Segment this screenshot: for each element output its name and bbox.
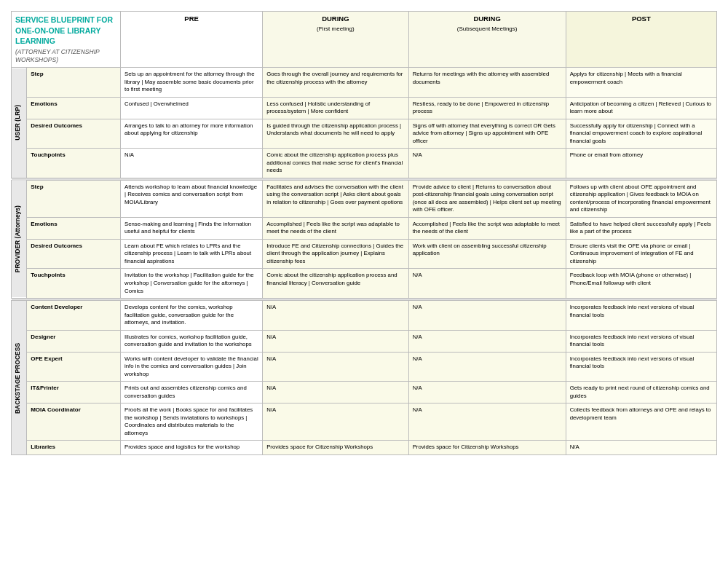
row-provider-emotions: EmotionsSense-making and learning | Find… [12,217,717,239]
cell-provider-emotions-col3: Satisfied to have helped client successf… [566,217,716,239]
cell-backstage-content-developer-col0: Develops content for the comics, worksho… [121,301,263,331]
cell-provider-desired-outcomes-col0: Learn about FE which relates to LPRs and… [121,239,263,269]
cell-provider-emotions-col1: Accomplished | Feels like the script was… [263,217,408,239]
cell-provider-touchpoints-col0: Invitation to the workshop | Facilitatio… [121,269,263,299]
cell-backstage-moia-coordinator-col2: N/A [408,403,566,441]
row-user-desired-outcomes: Desired OutcomesArranges to talk to an a… [12,119,717,149]
row-backstage-designer: DesignerIllustrates for comics, workshop… [12,330,717,352]
col-header-during1: DURING(First meeting) [263,12,408,68]
cell-provider-step-col2: Provide advice to client | Returns to co… [408,180,566,217]
row-label-user-desired-outcomes: Desired Outcomes [27,119,121,149]
section-label-provider: PROVIDER (Attorneys) [12,180,27,298]
cell-user-touchpoints-col2: N/A [408,149,566,178]
row-user-emotions: EmotionsConfused | OverwhelmedLess confu… [12,97,717,119]
cell-provider-emotions-col2: Accomplished | Feels like the script was… [408,217,566,239]
section-label-backstage: BACKSTAGE PROCESS [12,301,27,455]
cell-backstage-designer-col2: N/A [408,330,566,352]
row-label-provider-emotions: Emotions [27,217,121,239]
cell-backstage-ofe-expert-col1: N/A [263,352,408,382]
row-provider-desired-outcomes: Desired OutcomesLearn about FE which rel… [12,239,717,269]
cell-user-step-col2: Returns for meetings with the attorney w… [408,68,566,98]
cell-provider-desired-outcomes-col3: Ensure clients visit the OFE via phone o… [566,239,716,269]
row-backstage-libraries: LibrariesProvides space and logistics fo… [12,441,717,455]
cell-user-emotions-col2: Restless, ready to be done | Empowered i… [408,97,566,119]
cell-user-desired-outcomes-col1: Is guided through the citizenship applic… [263,119,408,149]
section-label-user: USER (LRP) [12,68,27,178]
sub-title: (ATTORNEY AT CITIZENSHIP WORKSHOPS) [15,48,116,64]
cell-provider-step-col0: Attends workshop to learn about financia… [121,180,263,217]
cell-user-step-col3: Applys for citizenship | Meets with a fi… [566,68,716,98]
row-user-step: USER (LRP)StepSets up an appointment for… [12,68,717,98]
cell-provider-touchpoints-col1: Comic about the citizenship application … [263,269,408,299]
cell-backstage-it-printer-col2: N/A [408,382,566,403]
row-provider-step: PROVIDER (Attorneys)StepAttends workshop… [12,180,717,217]
cell-backstage-content-developer-col2: N/A [408,301,566,331]
cell-user-step-col1: Goes through the overall journey and req… [263,68,408,98]
title-cell: SERVICE BLUEPRINT FOR ONE-ON-ONE LIBRARY… [12,12,121,68]
cell-backstage-libraries-col1: Provides space for Citizenship Workshops [263,441,408,455]
cell-user-touchpoints-col1: Comic about the citizenship application … [263,149,408,178]
row-backstage-ofe-expert: OFE ExpertWorks with content developer t… [12,352,717,382]
cell-provider-step-col1: Facilitates and advises the conversation… [263,180,408,217]
cell-backstage-it-printer-col0: Prints out and assembles citizenship com… [121,382,263,403]
row-provider-touchpoints: TouchpointsInvitation to the workshop | … [12,269,717,299]
cell-user-emotions-col3: Anticipation of becoming a citizen | Rel… [566,97,716,119]
row-label-provider-touchpoints: Touchpoints [27,269,121,299]
cell-backstage-designer-col0: Illustrates for comics, workshop facilit… [121,330,263,352]
row-user-touchpoints: TouchpointsN/AComic about the citizenshi… [12,149,717,178]
cell-backstage-moia-coordinator-col0: Proofs all the work | Books space for an… [121,403,263,441]
row-label-backstage-it-printer: IT&Printer [27,382,121,403]
cell-backstage-moia-coordinator-col1: N/A [263,403,408,441]
cell-user-emotions-col1: Less confused | Holistic understanding o… [263,97,408,119]
cell-backstage-it-printer-col1: N/A [263,382,408,403]
row-label-backstage-libraries: Libraries [27,441,121,455]
cell-provider-desired-outcomes-col1: Introduce FE and Citizenship connections… [263,239,408,269]
cell-provider-desired-outcomes-col2: Work with client on assembling successfu… [408,239,566,269]
cell-backstage-ofe-expert-col3: Incorporates feedback into next versions… [566,352,716,382]
cell-backstage-designer-col1: N/A [263,330,408,352]
col-header-pre: PRE [121,12,263,68]
row-backstage-content-developer: BACKSTAGE PROCESSContent DeveloperDevelo… [12,301,717,331]
cell-user-touchpoints-col0: N/A [121,149,263,178]
cell-user-step-col0: Sets up an appointment for the attorney … [121,68,263,98]
row-label-user-emotions: Emotions [27,97,121,119]
cell-backstage-it-printer-col3: Gets ready to print next round of citize… [566,382,716,403]
row-backstage-moia-coordinator: MOIA CoordinatorProofs all the work | Bo… [12,403,717,441]
cell-user-touchpoints-col3: Phone or email from attorney [566,149,716,178]
cell-backstage-moia-coordinator-col3: Collects feedback from attorneys and OFE… [566,403,716,441]
row-label-backstage-content-developer: Content Developer [27,301,121,331]
cell-backstage-ofe-expert-col0: Works with content developer to validate… [121,352,263,382]
main-title: SERVICE BLUEPRINT FOR ONE-ON-ONE LIBRARY… [15,15,116,47]
row-label-provider-step: Step [27,180,121,217]
cell-backstage-libraries-col0: Provides space and logistics for the wor… [121,441,263,455]
row-label-user-step: Step [27,68,121,98]
cell-user-emotions-col0: Confused | Overwhelmed [121,97,263,119]
col-header-during2: DURING(Subsequent Meetings) [408,12,566,68]
cell-backstage-ofe-expert-col2: N/A [408,352,566,382]
cell-user-desired-outcomes-col0: Arranges to talk to an attorney for more… [121,119,263,149]
cell-user-desired-outcomes-col2: Signs off with attorney that everything … [408,119,566,149]
blueprint-table: SERVICE BLUEPRINT FOR ONE-ON-ONE LIBRARY… [11,11,717,455]
cell-backstage-content-developer-col1: N/A [263,301,408,331]
row-label-backstage-ofe-expert: OFE Expert [27,352,121,382]
row-label-backstage-moia-coordinator: MOIA Coordinator [27,403,121,441]
cell-backstage-libraries-col3: N/A [566,441,716,455]
col-header-post: POST [566,12,716,68]
row-label-provider-desired-outcomes: Desired Outcomes [27,239,121,269]
row-label-backstage-designer: Designer [27,330,121,352]
row-backstage-it-printer: IT&PrinterPrints out and assembles citiz… [12,382,717,403]
cell-provider-touchpoints-col2: N/A [408,269,566,299]
cell-provider-emotions-col0: Sense-making and learning | Finds the in… [121,217,263,239]
cell-user-desired-outcomes-col3: Successfully apply for citizenship | Con… [566,119,716,149]
cell-provider-step-col3: Follows up with client about OFE appoint… [566,180,716,217]
cell-backstage-content-developer-col3: Incorporates feedback into next versions… [566,301,716,331]
cell-backstage-designer-col3: Incorporates feedback into next versions… [566,330,716,352]
row-label-user-touchpoints: Touchpoints [27,149,121,178]
cell-backstage-libraries-col2: Provides space for Citizenship Workshops [408,441,566,455]
cell-provider-touchpoints-col3: Feedback loop with MOIA (phone or otherw… [566,269,716,299]
